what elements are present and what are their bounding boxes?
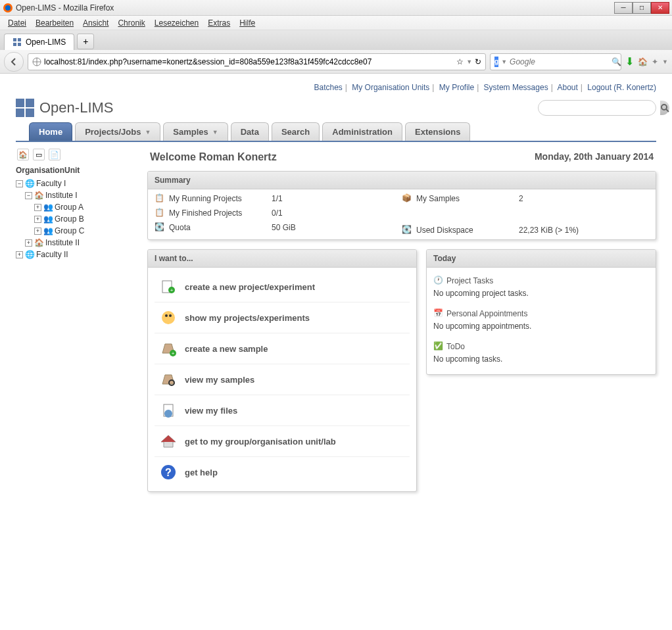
menu-ansicht[interactable]: Ansicht <box>79 17 112 29</box>
tree-item-institute-ii[interactable]: +🏠Institute II <box>16 237 141 249</box>
link-messages[interactable]: System Messages <box>484 83 548 92</box>
chevron-down-icon[interactable]: ▼ <box>212 129 218 135</box>
tree-collapse-icon[interactable]: − <box>25 192 32 199</box>
nav-dropdown-icon[interactable]: ▼ <box>662 59 668 65</box>
tree-item-faculty-i[interactable]: −🌐Faculty I <box>16 178 141 189</box>
new-tab-button[interactable]: + <box>77 34 94 49</box>
home-icon[interactable]: 🏠 <box>638 57 648 66</box>
menu-bearbeiten[interactable]: Bearbeiten <box>32 17 78 29</box>
tree-expand-icon[interactable]: + <box>34 216 41 223</box>
summary-my-samples[interactable]: 📦My Samples2 <box>402 193 649 204</box>
tab-extensions[interactable]: Extensions <box>405 122 470 141</box>
group-icon: 👥 <box>43 214 53 224</box>
svg-line-8 <box>666 109 669 112</box>
browser-tabbar: Open-LIMS + <box>0 30 672 50</box>
url-bar[interactable]: ☆ ▼ ↻ <box>28 53 486 70</box>
tree-item-group-a[interactable]: +👥Group A <box>16 201 141 213</box>
browser-search[interactable]: g ▼ 🔍 <box>490 53 621 70</box>
menu-datei[interactable]: Datei <box>4 17 30 29</box>
action-view-samples[interactable]: view my samples <box>155 364 410 395</box>
browser-tab[interactable]: Open-LIMS <box>4 34 74 50</box>
house-icon: 🏠 <box>34 238 43 247</box>
link-about[interactable]: About <box>557 83 577 92</box>
tab-favicon <box>12 37 22 47</box>
tab-data[interactable]: Data <box>231 122 269 141</box>
action-new-project[interactable]: +create a new project/experiment <box>155 272 410 303</box>
menu-hilfe[interactable]: Hilfe <box>235 17 259 29</box>
link-org-units[interactable]: My Organisation Units <box>352 83 429 92</box>
tree-expand-icon[interactable]: + <box>34 228 41 235</box>
tree-item-faculty-ii[interactable]: +🌐Faculty II <box>16 249 141 260</box>
tab-projects[interactable]: Projects/Jobs▼ <box>75 122 160 141</box>
tree-item-group-b[interactable]: +👥Group B <box>16 213 141 225</box>
clock-icon: 🕐 <box>433 276 444 286</box>
close-button[interactable]: ✕ <box>651 2 669 14</box>
tree-collapse-icon[interactable]: − <box>16 180 23 187</box>
action-goto-group[interactable]: get to my group/organisation unit/lab <box>155 426 410 457</box>
svg-point-12 <box>162 311 175 324</box>
window-titlebar: Open-LIMS - Mozilla Firefox ─ □ ✕ <box>0 0 672 16</box>
download-icon[interactable]: ⬇ <box>625 55 634 68</box>
back-button[interactable] <box>4 52 24 72</box>
menu-extras[interactable]: Extras <box>204 17 234 29</box>
svg-text:+: + <box>170 287 174 293</box>
search-dropdown-icon[interactable]: ▼ <box>501 59 507 65</box>
url-input[interactable] <box>44 57 454 66</box>
svg-point-13 <box>165 314 168 317</box>
app-logo[interactable]: Open-LIMS <box>16 99 114 117</box>
files-icon <box>160 402 177 419</box>
tree-expand-icon[interactable]: + <box>34 204 41 211</box>
today-appointments: 📅Personal Appointments No upcoming appoi… <box>433 304 649 337</box>
summary-running-projects[interactable]: 📋My Running Projects1/1 <box>155 193 402 204</box>
tab-home[interactable]: Home <box>29 122 72 141</box>
firefox-icon <box>3 3 13 13</box>
google-icon: g <box>494 57 498 67</box>
summary-title: Summary <box>148 172 656 189</box>
summary-panel: Summary 📋My Running Projects1/1 📋My Fini… <box>147 171 656 240</box>
svg-marker-23 <box>161 435 176 442</box>
sidebar-view-icon[interactable]: ▭ <box>33 149 45 160</box>
app-search-input[interactable] <box>539 103 660 113</box>
house-icon: 🏠 <box>34 191 43 200</box>
help-icon: ? <box>160 464 177 481</box>
maximize-button[interactable]: □ <box>633 2 651 14</box>
tab-admin[interactable]: Administration <box>322 122 402 141</box>
dropdown-icon[interactable]: ▼ <box>466 59 472 65</box>
action-help[interactable]: ?get help <box>155 457 410 487</box>
box-icon: 📦 <box>402 193 412 204</box>
app-search[interactable] <box>538 100 656 116</box>
link-batches[interactable]: Batches <box>314 83 342 92</box>
action-show-projects[interactable]: show my projects/experiments <box>155 303 410 333</box>
view-samples-icon <box>160 371 177 388</box>
app-search-button[interactable] <box>660 101 669 115</box>
check-icon: ✅ <box>433 341 444 352</box>
project-icon: 📋 <box>155 193 165 204</box>
tree-expand-icon[interactable]: + <box>25 239 32 247</box>
chevron-down-icon[interactable]: ▼ <box>145 129 151 135</box>
addon-icon[interactable]: ✦ <box>652 57 658 66</box>
menu-chronik[interactable]: Chronik <box>114 17 149 29</box>
menu-lesezeichen[interactable]: Lesezeichen <box>151 17 203 29</box>
tree-item-institute-i[interactable]: −🏠Institute I <box>16 189 141 201</box>
bookmark-icon[interactable]: ☆ <box>456 57 464 66</box>
tab-search[interactable]: Search <box>272 122 320 141</box>
tree-item-group-c[interactable]: +👥Group C <box>16 225 141 237</box>
svg-rect-4 <box>13 43 16 46</box>
summary-finished-projects[interactable]: 📋My Finished Projects0/1 <box>155 208 402 218</box>
calendar-icon: 📅 <box>433 308 444 319</box>
globe-icon <box>32 57 41 66</box>
disk-icon: 💽 <box>402 225 412 235</box>
tab-samples[interactable]: Samples▼ <box>163 122 228 141</box>
search-magnify-icon[interactable]: 🔍 <box>612 57 621 66</box>
sidebar-doc-icon[interactable]: 📄 <box>49 149 60 160</box>
action-new-sample[interactable]: +create a new sample <box>155 333 410 364</box>
minimize-button[interactable]: ─ <box>614 2 633 14</box>
tree-expand-icon[interactable]: + <box>16 251 23 258</box>
action-view-files[interactable]: view my files <box>155 395 410 426</box>
reload-icon[interactable]: ↻ <box>475 57 481 66</box>
top-links: Batches| My Organisation Units| My Profi… <box>16 80 656 99</box>
browser-search-input[interactable] <box>510 57 609 66</box>
link-logout[interactable]: Logout (R. Konertz) <box>587 83 656 92</box>
sidebar-home-icon[interactable]: 🏠 <box>17 149 29 160</box>
link-profile[interactable]: My Profile <box>439 83 474 92</box>
